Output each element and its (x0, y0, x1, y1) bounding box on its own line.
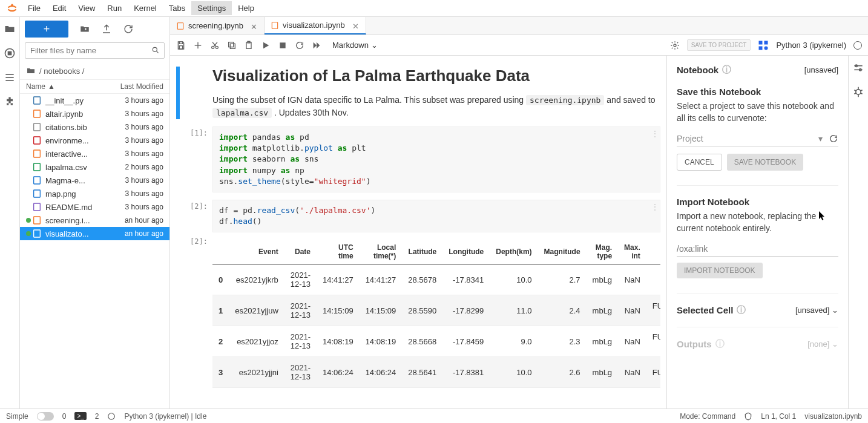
col-modified-header[interactable]: Last Modified (103, 82, 163, 91)
table-header: Depth(km) (490, 240, 538, 264)
menu-file[interactable]: File (22, 1, 47, 15)
menu-help[interactable]: Help (232, 1, 260, 15)
table-cell: 28.5641 (402, 357, 442, 388)
file-row[interactable]: lapalma.csv2 hours ago (20, 160, 169, 174)
gear-icon[interactable] (670, 41, 680, 50)
notebook-scroll[interactable]: Visualization of La Palma Earthquake Dat… (170, 56, 666, 408)
close-icon[interactable]: ✕ (251, 22, 258, 30)
close-icon[interactable]: ✕ (352, 22, 360, 29)
file-row[interactable]: map.png3 hours ago (20, 187, 169, 200)
property-inspector-icon[interactable] (852, 62, 864, 74)
line-col-indicator[interactable]: Ln 1, Col 1 (761, 412, 796, 421)
save-notebook-button[interactable]: SAVE NOTEBOOK (727, 154, 803, 171)
table-cell: FUENCAL (646, 357, 660, 388)
menu-kernel[interactable]: Kernel (128, 1, 163, 15)
simple-mode-toggle[interactable] (37, 412, 54, 421)
breadcrumb[interactable]: / notebooks / (20, 62, 169, 80)
code-input[interactable]: import pandas as pd import matplotlib.py… (212, 126, 660, 192)
panel-header: Notebook ⓘ [unsaved] (677, 64, 838, 76)
copy-icon[interactable] (227, 41, 237, 50)
file-row[interactable]: environme...3 hours ago (20, 134, 169, 147)
cell-drag-icon[interactable]: ⋮ (651, 129, 659, 139)
tab[interactable]: screening.ipynb✕ (170, 17, 265, 34)
restart-icon[interactable] (295, 41, 304, 50)
folder-icon (26, 66, 36, 76)
trusted-icon[interactable] (744, 412, 752, 421)
cell-drag-icon[interactable]: ⋮ (651, 202, 659, 212)
notebook-title: Visualization of La Palma Earthquake Dat… (212, 67, 660, 85)
file-row[interactable]: Magma-e...3 hours ago (20, 174, 169, 187)
kernel-busy-icon[interactable] (107, 412, 116, 421)
code-input[interactable]: df = pd.read_csv('./lapalma.csv') df.hea… (212, 200, 660, 232)
table-header: Local time(*) (360, 240, 403, 264)
svg-rect-35 (759, 41, 763, 44)
outputs-header[interactable]: Outputs ⓘ [none] ⌄ (677, 338, 838, 350)
menu-edit[interactable]: Edit (47, 1, 72, 15)
extensions-icon[interactable] (4, 96, 16, 108)
import-notebook-button[interactable]: IMPORT NOTEBOOK (677, 263, 763, 278)
cut-icon[interactable] (210, 41, 220, 50)
mode-indicator[interactable]: Mode: Command (680, 412, 735, 421)
info-icon[interactable]: ⓘ (737, 304, 746, 316)
alert-count[interactable]: 0 (62, 412, 67, 421)
col-name-header[interactable]: Name▲ (26, 82, 103, 91)
info-icon[interactable]: ⓘ (722, 64, 731, 76)
file-row[interactable]: visualizato...an hour ago (20, 227, 169, 240)
running-icon[interactable] (4, 47, 16, 59)
cancel-button[interactable]: CANCEL (677, 154, 722, 171)
filename-indicator[interactable]: visualizaton.ipynb (804, 412, 862, 421)
stop-icon[interactable] (278, 41, 288, 50)
cell-prompt: [2]: (182, 200, 212, 232)
insert-cell-icon[interactable] (193, 41, 203, 50)
new-launcher-button[interactable]: + (25, 21, 68, 38)
run-icon[interactable] (261, 41, 271, 50)
cell-code-1[interactable]: [1]: import pandas as pd import matplotl… (176, 126, 660, 192)
file-row[interactable]: README.md3 hours ago (20, 200, 169, 214)
file-modified: 2 hours ago (109, 163, 163, 171)
terminal-icon[interactable]: >_ (74, 412, 86, 420)
cell-markdown[interactable]: Visualization of La Palma Earthquake Dat… (176, 67, 660, 119)
file-row[interactable]: altair.ipynb3 hours ago (20, 107, 169, 120)
file-row[interactable]: __init__.py3 hours ago (20, 94, 169, 107)
menu-settings[interactable]: Settings (191, 1, 232, 15)
debugger-icon[interactable] (852, 86, 864, 98)
file-row[interactable]: screening.i...an hour ago (20, 214, 169, 227)
svg-rect-12 (34, 150, 41, 157)
tab[interactable]: visualizaton.ipynb✕ (265, 17, 366, 34)
kernel-name[interactable]: Python 3 (ipykernel) (776, 41, 846, 50)
cell-code-2[interactable]: [2]: df = pd.read_csv('./lapalma.csv') d… (176, 200, 660, 232)
kernel-status-icon[interactable] (853, 41, 862, 50)
new-folder-icon[interactable] (79, 24, 90, 34)
restart-run-all-icon[interactable] (312, 41, 321, 50)
paste-icon[interactable] (244, 41, 254, 50)
terminal-count[interactable]: 2 (95, 412, 99, 421)
save-to-project-button[interactable]: SAVE TO PROJECT (687, 39, 751, 51)
toc-icon[interactable] (4, 71, 16, 84)
menu-view[interactable]: View (72, 1, 101, 15)
txt-file-icon (32, 122, 42, 132)
kernel-status-text[interactable]: Python 3 (ipykernel) | Idle (124, 412, 206, 421)
menu-run[interactable]: Run (101, 1, 128, 15)
folder-icon[interactable] (4, 23, 16, 35)
selected-cell-header[interactable]: Selected Cell ⓘ [unsaved] ⌄ (677, 304, 838, 316)
notebook-icon (271, 21, 279, 30)
breadcrumb-path[interactable]: / notebooks / (39, 67, 84, 76)
table-header (212, 240, 229, 264)
refresh-icon[interactable] (829, 134, 838, 143)
file-row[interactable]: interactive...3 hours ago (20, 147, 169, 160)
svg-rect-29 (230, 44, 235, 48)
table-cell: 14:06:24 (317, 357, 360, 388)
upload-icon[interactable] (101, 24, 112, 34)
cell-status: [unsaved] ⌄ (795, 306, 838, 315)
running-dot (26, 178, 31, 183)
oxa-link-input[interactable] (677, 241, 838, 257)
file-filter-input[interactable] (25, 42, 165, 59)
menu-tabs[interactable]: Tabs (163, 1, 191, 15)
file-row[interactable]: citations.bib3 hours ago (20, 120, 169, 134)
save-icon[interactable] (176, 41, 186, 50)
table-header: Max. int (618, 240, 646, 264)
project-select[interactable]: Project ▾ (677, 131, 838, 146)
cell-type-select[interactable]: Markdown ⌄ (332, 41, 378, 50)
refresh-icon[interactable] (123, 24, 134, 34)
curvenote-logo-icon[interactable] (758, 40, 769, 51)
